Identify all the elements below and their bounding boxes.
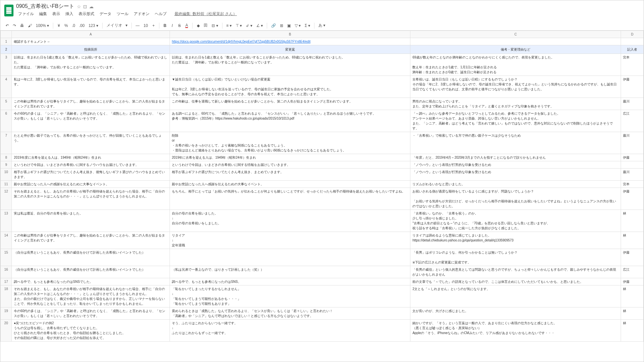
cell[interactable]: もちろん、相手にとっては「お祝いの気持ち」が伝わることが何よりも嬉しいことですが… [170, 188, 410, 210]
text-wrap-button[interactable]: ↲ ▾ [244, 23, 253, 29]
cell[interactable]: 藤川 [621, 169, 644, 181]
menu-file[interactable]: ファイル [16, 11, 36, 17]
cell[interactable]: 宮本 [621, 54, 644, 76]
cell[interactable]: 今の60代の多くは、「シニア」や「高齢者」と呼ばれたくなく、「成熟した」と言われ… [12, 110, 170, 132]
cell[interactable]: 「長男」はポリコレのような、何か引っかかることは無いでしょうか？ ※下記の広江さ… [410, 249, 621, 266]
cell[interactable]: この年齢は男性の多くが仕事をリタイアし、趣味を始めることが多いことから、第二の人… [12, 98, 170, 110]
cell[interactable]: 広江 [621, 110, 644, 132]
cell[interactable]: 文が長いのが、大げさに感じました。 [410, 307, 621, 320]
insert-chart-button[interactable]: ▣ [286, 23, 292, 29]
font-size-increase[interactable]: + [150, 23, 156, 29]
row-header[interactable]: 3 [1, 54, 12, 76]
cell[interactable]: 「長男の威信」という個人的意見としては問題ないと思うのですが、ちょっと仰々しいか… [410, 266, 621, 278]
menu-tools[interactable]: ツール [115, 11, 130, 17]
cell[interactable]: 親やお世話になった人へ感謝を伝えるための大事なイベント。 [170, 181, 410, 188]
cell[interactable]: 林 [621, 232, 644, 249]
cell[interactable]: 2文とも「～しれません」というのが気になります。 [410, 285, 621, 307]
horizontal-align-button[interactable]: ≡ ▾ [225, 23, 233, 29]
insert-comment-button[interactable]: ⊞ [279, 23, 285, 29]
row-header[interactable]: 5 [1, 98, 12, 110]
cell[interactable]: （自分は長男ということもあり、長男の威信をかけて計画した古希祝いイベントでした） [12, 266, 170, 278]
cell[interactable]: 林 [621, 285, 644, 307]
more-formats-button[interactable]: 123 ▾ [87, 23, 99, 29]
paint-format-button[interactable]: 🖌 [27, 23, 33, 29]
cell[interactable]: 伊藤 [621, 278, 644, 285]
cell[interactable]: （私は兄弟で一番上なので、はりきって計画しました（笑）） [170, 266, 410, 278]
cell[interactable]: 備考・変更理由など [410, 45, 621, 54]
menu-insert[interactable]: 挿入 [63, 11, 75, 17]
cell[interactable]: 「ノウハウ」という表現が打算的な印象を受けるため [410, 161, 621, 169]
row-header[interactable]: 7 [1, 132, 12, 154]
cell[interactable]: 前の文章でも「～でした」の語尾となっているので、ここは体言止めにしていただいても… [410, 278, 621, 285]
cell[interactable]: 確認するドキュメント→ [12, 38, 170, 45]
menu-view[interactable]: 表示 [50, 11, 62, 17]
cell[interactable]: この年齢は、仕事を退職して新しい趣味を始めることが多いことから、第二の人生が始ま… [170, 98, 410, 110]
merge-cells-button[interactable]: ⊟ ▾ [210, 23, 219, 29]
row-header[interactable]: 11 [1, 181, 12, 188]
borders-button[interactable]: 田 [202, 22, 209, 29]
cell[interactable]: ・「古希祝い」で検索している方で仲の悪い親子ケースは少なそうなため [410, 132, 621, 154]
row-header[interactable]: 8 [1, 154, 12, 161]
cell[interactable]: 調べる中で、もっとも参考になったのはSNSでした。 [12, 278, 170, 285]
zoom-select[interactable]: 100% ▾ [34, 23, 50, 29]
cell[interactable]: というわけで今回は、いまどきの古希祝いに関する情報をお届けしていきます。 [170, 161, 410, 169]
cell[interactable]: 「古希祝い」なのか、「古希を祝う」のか。 少し引っ掛かりを感じました。 "古希は… [410, 210, 621, 232]
move-folder-icon[interactable]: ⊡ [83, 4, 87, 9]
cell[interactable]: 男性のみに視点になっています。 また、定年まで勤め上げられたことを「リタイア」と… [410, 98, 621, 110]
row-header[interactable]: 18 [1, 285, 12, 307]
cell[interactable]: ある調べによると、60代でも、「成熟した」と言われるより、「センスがいい」「若々… [170, 110, 410, 132]
functions-button[interactable]: Σ ▾ [303, 23, 311, 29]
corner-cell[interactable] [1, 31, 12, 38]
cell[interactable]: 褒められるときは「成熟した」なんて言われるより、「センスが良い」もしくは「若々し… [170, 307, 410, 320]
cell[interactable]: 私は一年に2、3度しか帰省しない生活を送っているので、母の古希を祝えて、本当によ… [12, 76, 170, 98]
row-header[interactable]: 6 [1, 110, 12, 132]
cell[interactable]: 実は私は最近、自分の母の古希を祝いました。 [12, 210, 170, 232]
cell[interactable]: 削除 or ・古希の祝いをきっかけとして、より素敵な関係になることもあるでしょう… [170, 132, 410, 154]
format-currency-button[interactable]: ¥ [56, 23, 62, 29]
cell[interactable]: リタイア ↓ 定年退職 [170, 232, 410, 249]
cell[interactable] [621, 161, 644, 169]
cell[interactable]: 宮本 [621, 181, 644, 188]
cell[interactable]: 広江 [621, 266, 644, 278]
col-header-c[interactable]: C [410, 31, 621, 38]
cell[interactable]: https://docs.google.com/document/d/1djrt… [170, 38, 410, 45]
cell[interactable]: 「年度」だと、2019年4月～2020年3月までの人を指すことになるので誤りかも… [410, 154, 621, 161]
doc-link[interactable]: https://docs.google.com/document/d/1djrt… [172, 40, 310, 43]
cell[interactable]: 今の60代の多くは、「シニア」や「高齢者」と呼ばれたくなく、「成熟した」と言われ… [12, 307, 170, 320]
col-header-d[interactable]: D [621, 31, 644, 38]
font-size-decrease[interactable]: — [134, 23, 141, 29]
row-header[interactable]: 1 [1, 38, 12, 45]
menu-data[interactable]: データ [98, 11, 113, 17]
row-header[interactable]: 13 [1, 210, 12, 232]
cell[interactable]: 藤川 [621, 98, 644, 110]
cell[interactable] [621, 38, 644, 45]
row-header[interactable]: 4 [1, 76, 12, 98]
menu-help[interactable]: ヘルプ [153, 11, 169, 17]
doc-title[interactable]: 0905_古希祝いFBシート [16, 3, 74, 10]
filter-button[interactable]: ▽ ▾ [293, 23, 302, 29]
cell[interactable]: 林 [621, 307, 644, 320]
cell[interactable]: 「～調べ」みたいな参考データがないとフワっとしてみるため、参考にできるデータを探… [410, 110, 621, 132]
cell[interactable]: 藤川 [621, 132, 644, 154]
cell[interactable]: というわけで今回は、いまどきの古希祝いに関するノウハウをお届けしていきます。 [12, 161, 170, 169]
cell[interactable]: リズムがわるいかなと思いました。 [410, 181, 621, 188]
row-header[interactable]: 16 [1, 266, 12, 278]
row-header[interactable]: 12 [1, 188, 12, 210]
row-header[interactable]: 14 [1, 232, 12, 249]
text-color-button[interactable]: A [184, 22, 190, 29]
cell[interactable]: 林 [621, 210, 644, 232]
row-header[interactable]: 15 [1, 249, 12, 266]
cell[interactable]: 指摘箇所 [12, 45, 170, 54]
menu-format[interactable]: 表示形式 [77, 11, 96, 17]
cell[interactable]: 相手が喜ぶギフトの選び方についてたくさん考え抜き、後悔しないギフト選びのノウハウ… [12, 169, 170, 181]
row-header[interactable]: 9 [1, 161, 12, 169]
cell[interactable]: ●見つけたエピソードの例2 うちの父は母を残し、古希を待たずして亡くなりました。… [12, 320, 170, 342]
cell[interactable]: 以前は、生まれた日を1歳と数える「数え年」にお祝いすることが多かったため、69歳… [170, 54, 410, 76]
cell[interactable]: 変更案 [170, 45, 410, 54]
strikethrough-button[interactable]: S [176, 23, 182, 29]
cell[interactable]: 自分の母の古希を祝いました。 ↓ 自分の母の古希祝いをしました。 [170, 210, 410, 232]
cell[interactable]: 2019年に古希を迎える人は、1949年（昭和24年）生まれ [170, 154, 410, 161]
cell[interactable]: 伊藤 [621, 76, 644, 98]
cell[interactable]: 2019年度に古希を迎える人は、1949年（昭和24年）生まれ [12, 154, 170, 161]
insert-link-button[interactable]: 🔗 [270, 23, 277, 29]
